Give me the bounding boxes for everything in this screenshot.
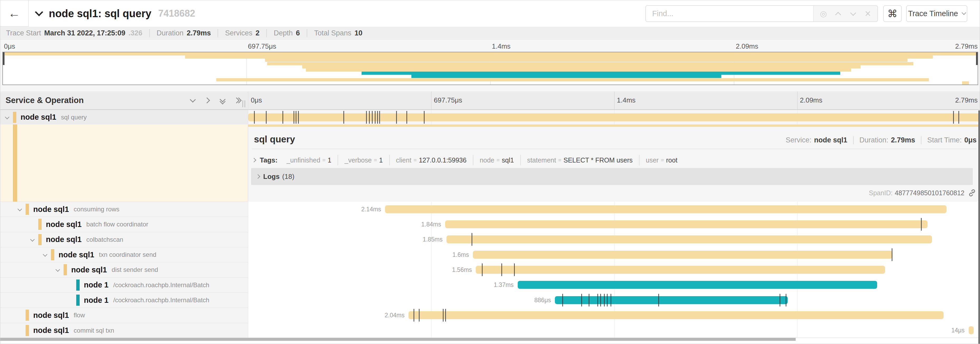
log-marker-tick — [443, 309, 444, 322]
span-bar[interactable] — [476, 266, 885, 274]
span-bar-row[interactable]: 1.37ms — [248, 277, 980, 293]
minimap-right-scrub-handle[interactable] — [976, 52, 978, 65]
span-duration-label: 886μs — [534, 297, 555, 304]
span-bar[interactable] — [473, 251, 892, 259]
find-clear-button[interactable]: × — [863, 8, 873, 19]
log-marker-tick — [414, 309, 414, 322]
caret-slot — [6, 115, 13, 120]
log-marker-tick — [562, 294, 563, 307]
log-marker-tick — [406, 111, 407, 124]
log-marker-tick — [366, 111, 367, 124]
span-bar-row[interactable]: 1.56ms — [248, 262, 980, 277]
find-prev-button[interactable] — [833, 8, 843, 19]
log-marker-tick — [786, 294, 786, 307]
collapse-all-icon[interactable] — [217, 95, 228, 106]
collapse-caret-icon[interactable] — [56, 267, 59, 272]
span-duration-label: 1.84ms — [421, 221, 445, 228]
tree-row-colbatchscan[interactable]: node sql1colbatchscan — [0, 232, 248, 247]
span-bar[interactable] — [447, 235, 932, 243]
span-bar[interactable] — [409, 311, 943, 319]
collapse-caret-icon[interactable] — [6, 115, 9, 120]
shortcuts-button[interactable]: ⌘ — [883, 5, 902, 22]
caret-slot — [56, 267, 64, 272]
span-bar[interactable] — [385, 205, 947, 213]
span-bar-row[interactable]: 14μs — [248, 323, 980, 338]
tree-row-commit-sql-txn[interactable]: node sql1commit sql txn — [0, 323, 248, 338]
link-icon[interactable] — [968, 189, 976, 197]
tree-row-flow[interactable]: node sql1flow — [0, 307, 248, 323]
back-button[interactable]: ← — [0, 0, 29, 27]
tag-item: client=127.0.0.1:59936 — [389, 155, 473, 165]
log-marker-tick — [658, 294, 659, 307]
span-bar-row[interactable]: 1.84ms — [248, 217, 980, 232]
tag-equals: = — [322, 157, 325, 163]
span-bar[interactable] — [969, 326, 974, 334]
meta-separator — [921, 136, 921, 144]
tree-row-batch-flow-coordinator[interactable]: node sql1batch flow coordinator — [0, 217, 248, 232]
timeline-header-row: Service & Operation 0μs697.75μs1.4ms2.09… — [0, 91, 980, 110]
minimap-span-bar — [962, 82, 969, 85]
minimap-span-bar — [361, 72, 840, 75]
service-name: node sql1 — [33, 326, 69, 335]
service-name: node sql1 — [59, 250, 94, 259]
tag-equals: = — [414, 157, 417, 163]
collapse-caret-icon[interactable] — [31, 237, 34, 242]
span-bar-row[interactable] — [248, 110, 980, 125]
collapse-caret-icon[interactable] — [43, 252, 47, 257]
logs-toggle-bar[interactable]: Logs (18) — [251, 168, 973, 185]
span-bar-row[interactable]: 1.85ms — [248, 232, 980, 247]
log-marker-tick — [892, 248, 892, 261]
tag-item: statement=SELECT * FROM users — [520, 155, 639, 165]
tree-row-consuming-rows[interactable]: node sql1consuming rows — [0, 202, 248, 217]
minimap-ruler-label: 1.4ms — [492, 42, 511, 50]
tree-row--cockroach-roachpb-internal-batch[interactable]: node 1/cockroach.roachpb.Internal/Batch — [0, 277, 248, 293]
tree-row-txn-coordinator-send[interactable]: node sql1txn coordinator send — [0, 247, 248, 262]
minimap-ruler-label: 0μs — [4, 42, 15, 50]
span-bar[interactable] — [555, 296, 788, 304]
detail-left-backdrop — [0, 125, 248, 202]
tags-toggle-row[interactable]: Tags: _unfinished=1_verbose=1client=127.… — [252, 153, 684, 167]
operation-name: sql query — [61, 114, 86, 121]
find-next-button[interactable] — [848, 8, 858, 19]
minimap-left-scrub-handle[interactable] — [3, 52, 5, 65]
operation-name: colbatchscan — [86, 236, 123, 243]
find-controls: ◎ × — [813, 6, 877, 21]
expand-one-icon[interactable] — [202, 95, 213, 106]
log-marker-tick — [344, 111, 344, 124]
collapse-trace-chevron-icon[interactable] — [35, 8, 43, 16]
expand-all-icon[interactable] — [232, 95, 243, 106]
find-input[interactable] — [646, 6, 813, 21]
vertical-scrollbar[interactable] — [978, 110, 980, 344]
tree-row-dist-sender-send[interactable]: node sql1dist sender send — [0, 262, 248, 277]
service-name: node sql1 — [33, 311, 69, 320]
trace-title-wrap: node sql1: sql query 7418682 — [36, 0, 195, 27]
view-selector-button[interactable]: Trace Timeline — [906, 5, 967, 22]
span-bar[interactable] — [445, 220, 928, 228]
span-bar[interactable] — [248, 114, 980, 121]
span-bar-row[interactable]: 886μs — [248, 293, 980, 307]
log-marker-tick — [958, 111, 959, 124]
tags-list: _unfinished=1_verbose=1client=127.0.0.1:… — [280, 155, 684, 165]
tree-row--cockroach-roachpb-internal-batch[interactable]: node 1/cockroach.roachpb.Internal/Batch — [0, 293, 248, 307]
tree-row-sql-query[interactable]: node sql1sql query — [0, 110, 248, 125]
log-marker-tick — [396, 111, 397, 124]
log-marker-tick — [445, 309, 446, 322]
span-bar[interactable] — [518, 281, 877, 289]
span-bar-row[interactable]: 2.04ms — [248, 307, 980, 323]
crosshair-icon[interactable]: ◎ — [818, 8, 829, 19]
span-bar-row[interactable]: 2.14ms — [248, 202, 980, 217]
horizontal-scrollbar[interactable] — [0, 338, 795, 341]
find-group: ◎ × — [645, 5, 878, 22]
duration-value: 2.79ms — [891, 136, 915, 144]
log-marker-tick — [589, 294, 589, 307]
tag-key: statement — [527, 157, 556, 164]
caret-slot — [31, 237, 38, 242]
span-bar-row[interactable]: 1.6ms — [248, 247, 980, 262]
collapse-caret-icon[interactable] — [18, 207, 21, 212]
minimap-canvas[interactable] — [2, 52, 978, 85]
back-arrow-icon: ← — [8, 6, 20, 20]
column-resize-grip[interactable] — [242, 101, 247, 107]
collapse-one-icon[interactable] — [188, 95, 198, 106]
tag-key: _unfinished — [286, 157, 320, 164]
tag-item: user=root — [639, 155, 684, 165]
